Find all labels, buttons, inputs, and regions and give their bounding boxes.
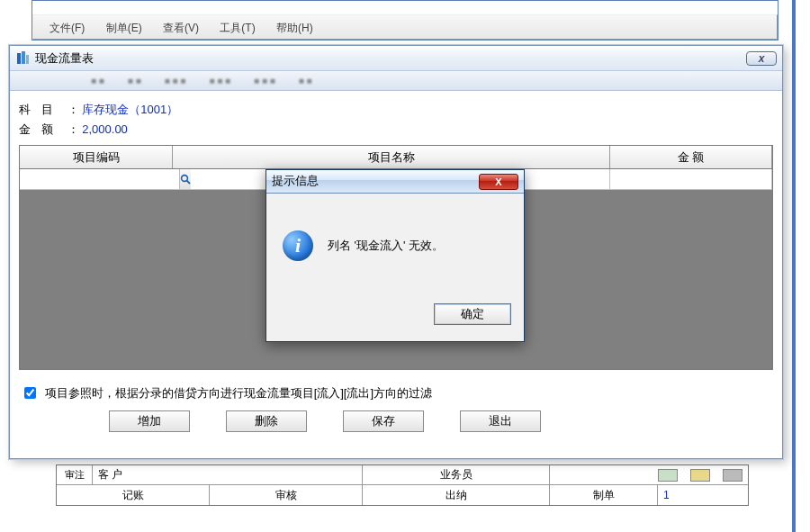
close-button[interactable]: x (746, 51, 777, 66)
svg-rect-2 (26, 55, 29, 64)
alert-message: 列名 '现金流入' 无效。 (328, 238, 444, 254)
customer-label: 客 户 (93, 465, 363, 484)
maker-value: 1 (658, 485, 748, 505)
amount-value: 2,000.00 (82, 122, 128, 136)
menu-file[interactable]: 文件(F) (40, 15, 94, 41)
parent-right-border (792, 0, 796, 532)
alert-title: 提示信息 (272, 174, 319, 189)
audit-label: 审核 (210, 485, 363, 505)
action-buttons: 增加 删除 保存 退出 (19, 410, 773, 432)
filter-checkbox[interactable] (24, 387, 36, 399)
col-code[interactable]: 项目编码 (20, 146, 173, 168)
add-button[interactable]: 增加 (109, 410, 190, 432)
parent-menubar: 文件(F) 制单(E) 查看(V) 工具(T) 帮助(H) (32, 14, 778, 40)
code-input[interactable] (20, 169, 179, 189)
menu-tool[interactable]: 工具(T) (211, 15, 264, 41)
filter-checkbox-label: 项目参照时，根据分录的借贷方向进行现金流量项目[流入][流出]方向的过滤 (45, 386, 432, 400)
app-icon (15, 51, 30, 66)
voucher-footer: 审注 客 户 业务员 记账 审核 出纳 制单 1 (56, 464, 749, 506)
menu-make[interactable]: 制单(E) (97, 15, 151, 41)
del-button[interactable]: 删除 (226, 410, 307, 432)
filter-checkbox-row: 项目参照时，根据分录的借贷方向进行现金流量项目[流入][流出]方向的过滤 (21, 383, 771, 401)
post-label: 记账 (57, 485, 210, 505)
amount-label: 金 额 (19, 122, 64, 138)
colon: ： (68, 103, 79, 116)
footer-icon-2[interactable] (690, 469, 710, 482)
subject-value[interactable]: 库存现金（1001） (82, 103, 178, 116)
svg-rect-0 (17, 53, 21, 64)
col-name[interactable]: 项目名称 (173, 146, 610, 168)
svg-rect-1 (22, 51, 25, 64)
maker-label: 制单 (550, 485, 658, 505)
alert-dialog: 提示信息 X i 列名 '现金流入' 无效。 确定 (266, 169, 525, 342)
alert-titlebar[interactable]: 提示信息 X (266, 170, 524, 194)
menu-view[interactable]: 查看(V) (154, 15, 208, 41)
note-label: 审注 (57, 465, 93, 484)
footer-icon-3[interactable] (723, 469, 742, 482)
amount-cell[interactable] (610, 169, 772, 189)
exit-button[interactable]: 退出 (460, 410, 541, 432)
save-button[interactable]: 保存 (343, 410, 424, 432)
colon: ： (68, 122, 79, 136)
menu-help[interactable]: 帮助(H) (267, 15, 322, 41)
footer-icon-1[interactable] (658, 469, 678, 482)
info-icon: i (283, 230, 313, 261)
col-amount[interactable]: 金 额 (610, 146, 772, 168)
clerk-label: 业务员 (363, 465, 550, 484)
cashflow-title: 现金流量表 (35, 50, 746, 67)
alert-ok-button[interactable]: 确定 (434, 303, 511, 325)
cashflow-titlebar[interactable]: 现金流量表 x (10, 46, 782, 71)
subject-label: 科 目 (19, 102, 64, 118)
table-header: 项目编码 项目名称 金 额 (20, 146, 772, 169)
alert-close-button[interactable]: X (479, 174, 518, 190)
cashier-label: 出纳 (363, 485, 550, 505)
toolbar: ■ ■■ ■■ ■ ■ ■ ■ ■■ ■ ■■ ■ (10, 71, 782, 91)
footer-icons (550, 465, 748, 484)
